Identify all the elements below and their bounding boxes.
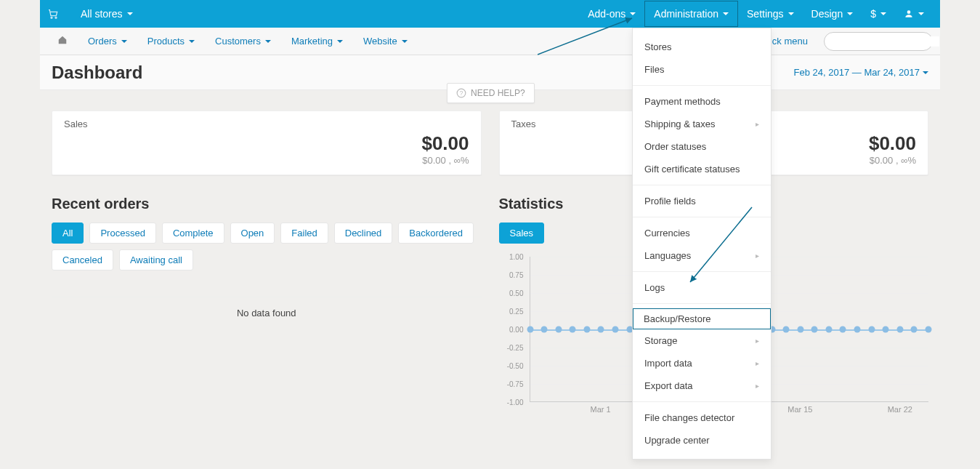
chart-y-tick: -0.75 <box>507 380 524 388</box>
admin-menu-logs[interactable]: Logs <box>633 276 771 299</box>
admin-menu-storage[interactable]: Storage <box>633 329 771 352</box>
chart-x-tick: Mar 1 <box>591 405 611 414</box>
admin-menu-gift-certificate-statuses[interactable]: Gift certificate statuses <box>633 158 771 180</box>
sales-card-amount: $0.00 <box>64 132 469 155</box>
caret-icon <box>723 12 729 15</box>
chart-point <box>541 326 548 333</box>
recent-tab-open[interactable]: Open <box>230 223 275 244</box>
chart-point <box>868 326 875 333</box>
caret-icon <box>630 12 636 15</box>
chart-point <box>555 326 562 333</box>
chart-point <box>854 326 861 333</box>
admin-menu-payment-methods[interactable]: Payment methods <box>633 90 771 113</box>
administration-label: Administration <box>654 8 718 20</box>
help-icon: ? <box>456 88 466 98</box>
date-range-picker[interactable]: Feb 24, 2017 — Mar 24, 2017 <box>794 67 928 78</box>
recent-orders-section: Recent orders AllProcessedCompleteOpenFa… <box>52 196 482 415</box>
admin-menu-upgrade-center[interactable]: Upgrade center <box>633 429 771 452</box>
svg-point-0 <box>51 17 52 19</box>
user-menu[interactable] <box>895 2 933 25</box>
recent-tab-canceled[interactable]: Canceled <box>52 249 113 270</box>
currency-label: $ <box>870 8 876 20</box>
search-box[interactable] <box>824 32 933 51</box>
chart-point <box>583 326 590 333</box>
chart-point <box>811 326 818 333</box>
currency-menu[interactable]: $ <box>862 1 895 26</box>
chart-y-tick: 0.25 <box>509 308 523 316</box>
admin-menu-file-changes-detector[interactable]: File changes detector <box>633 406 771 429</box>
caret-icon <box>121 40 127 43</box>
home-icon[interactable] <box>47 28 78 55</box>
svg-point-1 <box>55 17 57 19</box>
content: Sales $0.00 $0.00 , ∞% Taxes $0.00 $0.00… <box>40 102 940 469</box>
nav-website[interactable]: Website <box>353 28 418 54</box>
chart-y-tick: 0.50 <box>509 289 523 297</box>
chart-y-tick: 0.75 <box>509 271 523 279</box>
user-icon <box>904 9 914 19</box>
recent-tab-all[interactable]: All <box>52 223 84 244</box>
caret-icon <box>880 12 886 15</box>
chart-y-tick: -0.25 <box>507 344 524 352</box>
chart-point <box>883 326 889 333</box>
admin-menu-files[interactable]: Files <box>633 58 771 81</box>
caret-icon <box>189 40 195 43</box>
menu-separator <box>633 303 771 304</box>
menu-separator <box>633 185 771 185</box>
nav-customers[interactable]: Customers <box>205 28 281 54</box>
addons-menu[interactable]: Add-ons <box>579 1 644 26</box>
chart-y-tick: -1.00 <box>507 398 524 406</box>
design-label: Design <box>811 8 843 20</box>
design-menu[interactable]: Design <box>803 1 862 26</box>
caret-icon <box>923 71 928 74</box>
admin-menu-export-data[interactable]: Export data <box>633 374 771 397</box>
cart-icon <box>47 8 59 20</box>
chart-point <box>570 326 576 333</box>
recent-orders-tabs: AllProcessedCompleteOpenFailedDeclinedBa… <box>52 223 482 270</box>
chart-point <box>911 326 918 333</box>
recent-orders-title: Recent orders <box>52 196 482 212</box>
store-selector[interactable]: All stores <box>72 1 142 26</box>
admin-menu-import-data[interactable]: Import data <box>633 352 771 374</box>
nav-orders[interactable]: Orders <box>78 28 137 54</box>
caret-icon <box>788 12 794 15</box>
chart-point <box>896 326 903 333</box>
chart-point <box>612 326 619 333</box>
recent-orders-empty: No data found <box>52 297 482 318</box>
recent-tab-backordered[interactable]: Backordered <box>398 223 474 244</box>
admin-menu-shipping-taxes[interactable]: Shipping & taxes <box>633 113 771 135</box>
caret-icon <box>402 40 408 43</box>
recent-tab-complete[interactable]: Complete <box>162 223 224 244</box>
recent-tab-failed[interactable]: Failed <box>280 223 328 244</box>
nav-products[interactable]: Products <box>137 28 205 54</box>
recent-tab-declined[interactable]: Declined <box>334 223 393 244</box>
help-badge[interactable]: ? NEED HELP? <box>447 83 535 103</box>
caret-icon <box>847 12 853 15</box>
stats-tab-sales[interactable]: Sales <box>499 223 545 244</box>
administration-menu[interactable]: Administration <box>644 1 738 27</box>
chart-x-tick: Mar 22 <box>888 405 912 414</box>
recent-tab-processed[interactable]: Processed <box>89 223 155 244</box>
menu-separator <box>633 217 771 217</box>
admin-menu-order-statuses[interactable]: Order statuses <box>633 135 771 158</box>
admin-menu-backup-restore[interactable]: Backup/Restore <box>633 308 771 329</box>
chart-point <box>926 326 932 333</box>
addons-label: Add-ons <box>588 8 625 20</box>
recent-tab-awaiting-call[interactable]: Awaiting call <box>119 249 193 270</box>
admin-menu-languages[interactable]: Languages <box>633 244 771 267</box>
menu-separator <box>633 401 771 402</box>
settings-menu[interactable]: Settings <box>738 1 803 26</box>
sales-card-label: Sales <box>64 119 469 129</box>
chart-y-tick: 0.00 <box>509 326 523 334</box>
admin-menu-profile-fields[interactable]: Profile fields <box>633 190 771 212</box>
search-input[interactable] <box>830 36 939 47</box>
svg-text:?: ? <box>460 90 463 97</box>
administration-dropdown: StoresFilesPayment methodsShipping & tax… <box>632 28 772 460</box>
admin-menu-currencies[interactable]: Currencies <box>633 222 771 244</box>
nav-marketing[interactable]: Marketing <box>281 28 353 54</box>
chart-point <box>527 326 533 333</box>
chart-y-tick: -0.50 <box>507 362 524 370</box>
admin-menu-stores[interactable]: Stores <box>633 36 771 58</box>
topbar: All stores Add-ons Administration Settin… <box>40 0 940 28</box>
page-title: Dashboard <box>52 63 142 83</box>
chart-point <box>825 326 832 333</box>
